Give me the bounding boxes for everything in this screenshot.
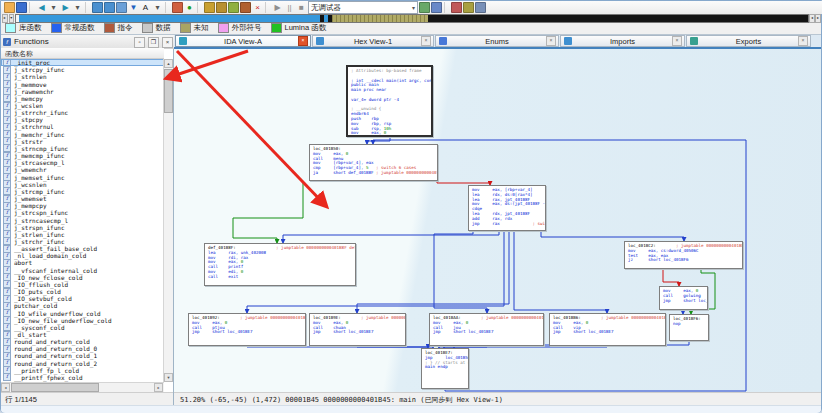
function-list-item[interactable]: fj_strncasecmp_l <box>1 216 164 223</box>
debug-pause-icon[interactable]: || <box>284 2 295 13</box>
function-list-item[interactable]: fj_wmemchr <box>1 166 164 173</box>
function-list-item[interactable]: fj_memcmp_ifunc <box>1 152 164 159</box>
panel-close-icon[interactable]: × <box>162 37 173 48</box>
debug-stop-icon[interactable]: ■ <box>296 2 307 13</box>
scroll-right-icon[interactable]: ▸ <box>154 383 163 392</box>
debug-attach-icon[interactable] <box>419 2 430 13</box>
function-list-item[interactable]: fj_strrchr_ifunc <box>1 109 164 116</box>
function-list-item[interactable]: f_IO_setvbuf_cold <box>1 295 164 302</box>
graph-node-default-case[interactable]: def_401B8F: ; jumptable 0000000000401B8F… <box>204 243 356 286</box>
function-list-item[interactable]: fj_strncmp_ifunc <box>1 145 164 152</box>
function-list-item[interactable]: fj_strcspn_ifunc <box>1 209 164 216</box>
tab-close-icon[interactable]: × <box>546 36 556 46</box>
graph-node-case-4[interactable]: loc_401BB6: ; jumptable 0000000000401B8F… <box>549 313 666 346</box>
save-icon[interactable] <box>16 2 27 13</box>
function-list-item[interactable]: fabort <box>1 259 164 266</box>
navband-left-buttons[interactable]: ▸ ▾ <box>2 14 14 22</box>
function-list-item[interactable]: fround_and_return_cold <box>1 338 164 345</box>
tab-hex-view-1[interactable]: Hex View-1× <box>312 35 434 47</box>
graph-node-case-5-body[interactable]: mov eax, 0call golwingjmp short loc_401B… <box>659 286 708 310</box>
tab-enums[interactable]: Enums× <box>435 35 559 47</box>
function-list-item[interactable]: f_IO_new_fclose_cold <box>1 274 164 281</box>
edit-function-icon[interactable] <box>228 2 239 13</box>
function-list-item[interactable]: fj_stpcpy <box>1 116 164 123</box>
function-list-item[interactable]: fj_wcslen <box>1 102 164 109</box>
function-list-item[interactable]: fj_strcasecmp_l <box>1 159 164 166</box>
function-list-item[interactable]: fj_memset_ifunc <box>1 174 164 181</box>
hscroll-thumb[interactable] <box>11 383 99 392</box>
debug-run-icon[interactable]: ▶ <box>272 2 283 13</box>
open-file-icon[interactable] <box>4 2 15 13</box>
scroll-down-icon[interactable]: ▼ <box>164 373 173 382</box>
function-list-item[interactable]: fputchar_cold <box>1 302 164 309</box>
function-list-item[interactable]: fj_memcpy <box>1 95 164 102</box>
function-list-item[interactable]: fj_strchr_ifunc <box>1 238 164 245</box>
function-list-item[interactable]: f__printf_fphex_cold <box>1 374 164 381</box>
jump-down-icon[interactable]: ▼ <box>128 2 139 13</box>
graph-node-loop-tail[interactable]: loc_401BE7:jmp loc_401B50; } // starts a… <box>421 348 469 389</box>
function-list-item[interactable]: fj_memchr_ifunc <box>1 131 164 138</box>
watch-list-icon[interactable] <box>475 2 486 13</box>
graph-node-loop-head[interactable]: loc_401B50:mov eax, 0call menumov [rbp+v… <box>309 144 438 181</box>
tab-exports[interactable]: Exports× <box>686 35 811 47</box>
debugger-selector[interactable]: 无调试器▾ <box>308 1 418 14</box>
function-list-item[interactable]: fj_rawmemchr <box>1 88 164 95</box>
tab-close-icon[interactable]: × <box>798 36 808 46</box>
function-list-item[interactable]: fj_memmove <box>1 80 164 87</box>
function-list-item[interactable]: fj_strnlen <box>1 73 164 80</box>
function-list-item[interactable]: f_nl_load_domain_cold <box>1 252 164 259</box>
tab-close-icon[interactable]: × <box>298 36 308 46</box>
edit-comment-icon[interactable] <box>240 2 251 13</box>
back-menu-icon[interactable]: ▾ <box>48 2 59 13</box>
function-list-item[interactable]: fround_and_return_cold_2 <box>1 360 164 367</box>
function-list-item[interactable]: f_init_proc <box>1 59 164 66</box>
function-list-item[interactable]: f__vfscanf_internal_cold <box>1 267 164 274</box>
graph-node-case-3[interactable]: loc_401BAA: ; jumptable 0000000000401B8F… <box>429 313 544 346</box>
function-list-item[interactable]: fround_and_return_cold_0 <box>1 345 164 352</box>
text-style-icon[interactable]: A <box>140 2 151 13</box>
graph-node-switch-jump[interactable]: mov eax, [rbp+var_4]lea rdx, ds:0[rax*4]… <box>468 185 546 231</box>
functions-column-header[interactable]: 函数名称 <box>1 48 164 59</box>
patch-bytes-icon[interactable] <box>204 2 215 13</box>
breakpoint-list-icon[interactable] <box>463 2 474 13</box>
function-list-item[interactable]: fround_and_return_cold_1 <box>1 352 164 359</box>
function-list-item[interactable]: fj_wmemset <box>1 195 164 202</box>
graph-node-case-5[interactable]: loc_401BC2: ; jumptable 0000000000401B8F… <box>624 241 743 269</box>
function-list-item[interactable]: fj_wcsnlen <box>1 181 164 188</box>
delete-icon[interactable]: × <box>252 2 263 13</box>
text-style-menu-icon[interactable]: ▾ <box>152 2 163 13</box>
script-icon[interactable] <box>451 2 462 13</box>
scroll-left-icon[interactable]: ◂ <box>1 383 10 392</box>
back-icon[interactable]: ◀ <box>36 2 47 13</box>
navband-scroll-right-icon[interactable]: ▸ <box>815 14 821 23</box>
navband-scroll[interactable]: ◂ ▸ <box>809 14 821 22</box>
function-list-item[interactable]: f_IO_wfile_underflow_cold <box>1 309 164 316</box>
function-list-item[interactable]: f_dl_start <box>1 331 164 338</box>
patch-word-icon[interactable] <box>216 2 227 13</box>
function-list-item[interactable]: f_IO_puts_cold <box>1 288 164 295</box>
tab-close-icon[interactable]: × <box>672 36 682 46</box>
scroll-up-icon[interactable]: ▲ <box>164 59 173 68</box>
panel-restore-icon[interactable]: ▫ <box>134 37 145 48</box>
function-list-item[interactable]: f__printf_fp_l_cold <box>1 367 164 374</box>
graph-node-case-1[interactable]: loc_401B92: ; jumptable 0000000000401B8F… <box>188 313 306 346</box>
function-list-item[interactable]: fj_strstr <box>1 138 164 145</box>
tab-close-icon[interactable]: × <box>421 36 431 46</box>
function-list-item[interactable]: fj_mempcpy <box>1 202 164 209</box>
function-list-item[interactable]: f__sysconf_cold <box>1 324 164 331</box>
function-list-item[interactable]: f_IO_fflush_cold <box>1 281 164 288</box>
functions-vscrollbar[interactable]: ▲ ▼ <box>163 59 173 382</box>
lumina-icon[interactable]: ● <box>184 2 195 13</box>
jump-xref-icon[interactable] <box>116 2 127 13</box>
tab-ida-view-a[interactable]: IDA View-A× <box>175 35 311 47</box>
function-list-item[interactable]: f_IO_new_file_underflow_cold <box>1 317 164 324</box>
function-list-item[interactable]: fj_strspn_ifunc <box>1 224 164 231</box>
tab-imports[interactable]: Imports× <box>560 35 685 47</box>
graph-node-case-2[interactable]: loc_401B9E: ; jumptable 0000000000401B8F… <box>309 313 406 346</box>
function-list-item[interactable]: fj_strcmp_ifunc <box>1 188 164 195</box>
function-list-item[interactable]: f__assert_fail_base_cold <box>1 245 164 252</box>
jump-prev-icon[interactable] <box>92 2 103 13</box>
function-list-item[interactable]: fj_strlen_ifunc <box>1 231 164 238</box>
panel-float-icon[interactable]: ❐ <box>148 37 159 48</box>
forward-menu-icon[interactable]: ▾ <box>72 2 83 13</box>
